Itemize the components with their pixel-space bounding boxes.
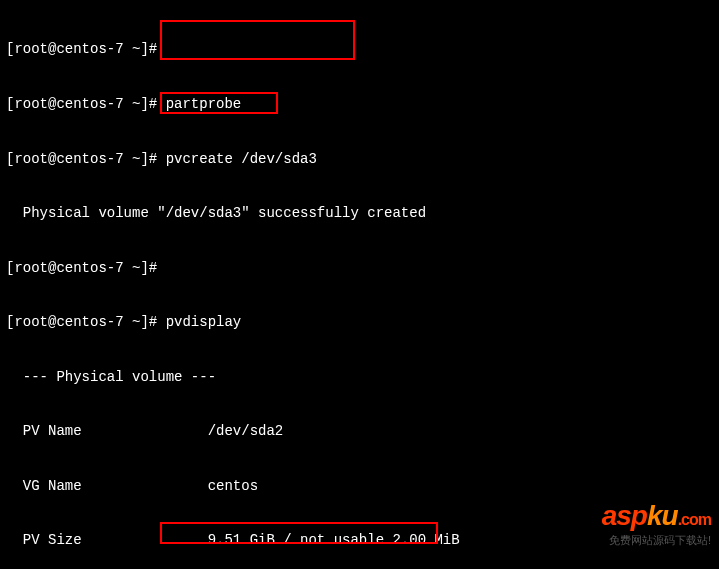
brand-dot: .com — [678, 511, 711, 528]
watermark-brand: aspku.com — [602, 498, 711, 534]
cmd-pvcreate: [root@centos-7 ~]# pvcreate /dev/sda3 — [6, 150, 713, 168]
terminal[interactable]: [root@centos-7 ~]# [root@centos-7 ~]# pa… — [0, 0, 719, 569]
prompt-line: [root@centos-7 ~]# — [6, 259, 713, 277]
brand-red: asp — [602, 500, 647, 531]
cmd-partprobe: [root@centos-7 ~]# partprobe — [6, 95, 713, 113]
watermark: aspku.com 免费网站源码下载站! — [602, 498, 711, 547]
output-pvcreate: Physical volume "/dev/sda3" successfully… — [6, 204, 713, 222]
brand-orange: ku — [647, 500, 678, 531]
prompt-line: [root@centos-7 ~]# — [6, 40, 713, 58]
pv-header: --- Physical volume --- — [6, 368, 713, 386]
watermark-tag: 免费网站源码下载站! — [602, 533, 711, 547]
vg-name: VG Name centos — [6, 477, 713, 495]
cmd-pvdisplay: [root@centos-7 ~]# pvdisplay — [6, 313, 713, 331]
pv-name: PV Name /dev/sda2 — [6, 422, 713, 440]
